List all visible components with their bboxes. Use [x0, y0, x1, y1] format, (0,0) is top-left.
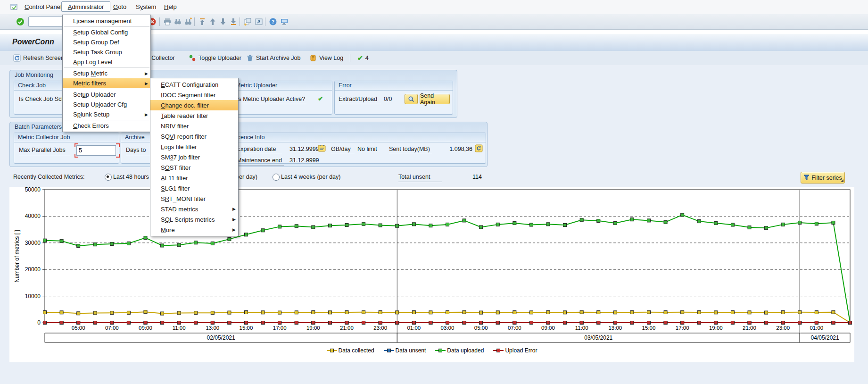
menu-item-setup-task-group[interactable]: Setup Task Group	[63, 47, 150, 57]
send-again-button[interactable]: Send Again	[420, 94, 450, 104]
log-icon	[309, 54, 317, 62]
last-page-icon[interactable]	[229, 17, 238, 26]
enter-check-icon[interactable]	[16, 17, 25, 26]
menu-item-table-reader-filter[interactable]: Table reader filter	[150, 110, 238, 121]
menu-item-splunk-setup[interactable]: Splunk Setup▶	[63, 109, 150, 119]
menu-help[interactable]: Help	[160, 2, 181, 12]
menu-item-setup-group-def[interactable]: Setup Group Def	[63, 37, 150, 47]
find-next-icon[interactable]	[184, 17, 192, 26]
menu-item-label: STAD metrics	[161, 206, 198, 213]
max-parallel-jobs-input[interactable]	[76, 145, 116, 156]
legend-item: Data uploaded	[435, 347, 484, 354]
selection-corner	[116, 143, 120, 147]
svg-text:11:00: 11:00	[575, 325, 588, 331]
menu-item-sql-scripts-metrics[interactable]: SQL Scripts metrics▶	[150, 214, 238, 225]
print-icon[interactable]	[163, 17, 172, 26]
menu-item-label: Metric filters	[73, 80, 106, 87]
customize-layout-icon[interactable]	[280, 17, 289, 26]
find-icon[interactable]	[174, 17, 182, 26]
menu-system[interactable]: System	[132, 2, 160, 12]
page-down-icon[interactable]	[219, 17, 227, 26]
menu-item-setup-uploader-cfg[interactable]: Setup Uploader Cfg	[63, 100, 150, 109]
help-icon[interactable]: ?	[269, 17, 277, 26]
menu-item-app-log-level[interactable]: App Log Level	[63, 57, 150, 67]
create-shortcut-icon[interactable]	[255, 17, 263, 26]
menu-item-srt-moni-filter[interactable]: SRT_MONI filter	[150, 193, 238, 204]
radio-last-4-weeks[interactable]	[273, 174, 280, 181]
menu-item-logs-file-filter[interactable]: Logs file filter	[150, 142, 238, 152]
legend-swatch-icon	[327, 348, 337, 353]
submenu-arrow-icon: ▶	[232, 217, 236, 222]
view-errors-button[interactable]	[405, 94, 418, 104]
menu-item-label: IDOC Segment filter	[161, 92, 215, 99]
menu-item-idoc-segment-filter[interactable]: IDOC Segment filter	[150, 90, 238, 100]
button-label: Send Again	[420, 92, 449, 106]
svg-text:04/05/2021: 04/05/2021	[811, 334, 839, 341]
filter-series-button[interactable]: Filter series	[801, 172, 845, 184]
radio-last-4-weeks-label[interactable]: Last 4 weeks (per day)	[281, 174, 340, 180]
page-up-icon[interactable]	[208, 17, 217, 26]
menu-item-label: ECATT Configuration	[161, 81, 218, 88]
chart-canvas: 0100002000030000400005000005:0007:0009:0…	[9, 187, 854, 347]
menu-item-setup-uploader[interactable]: Setup Uploader	[63, 90, 150, 100]
svg-text:Number of metrics [ ]: Number of metrics [ ]	[14, 230, 20, 282]
menu-item-license-management[interactable]: License management	[63, 16, 150, 26]
svg-text:50000: 50000	[25, 187, 41, 193]
svg-text:23:00: 23:00	[373, 325, 387, 331]
radio-last-48-hours[interactable]	[105, 174, 112, 181]
button-label: Toggle Uploader	[198, 55, 241, 61]
menu-control-panel[interactable]: Control Panel	[21, 2, 66, 12]
menu-item-metric-filters[interactable]: Metric filters▶	[63, 78, 150, 88]
radio-last-48-hours-label[interactable]: Last 48 hours	[113, 174, 149, 180]
system-menu-icon[interactable]	[10, 3, 18, 12]
menu-item-label: Setup Global Config	[73, 29, 128, 36]
svg-text:15:00: 15:00	[240, 325, 253, 331]
view-log-button[interactable]: View Log	[307, 53, 345, 63]
menu-item-ecatt-configuration[interactable]: ECATT Configuration	[150, 79, 238, 90]
refresh-amount-icon[interactable]	[475, 144, 483, 154]
svg-text:02/05/2021: 02/05/2021	[207, 334, 235, 341]
menu-item-label: SQVI report filter	[161, 133, 207, 140]
menu-item-stad-metrics[interactable]: STAD metrics▶	[150, 204, 238, 214]
toggle-uploader-button[interactable]: Toggle Uploader	[187, 53, 243, 63]
menu-goto[interactable]: Goto	[109, 2, 130, 12]
menu-item-sm37-job-filter[interactable]: SM37 job filter	[150, 152, 238, 162]
svg-text:15:00: 15:00	[642, 325, 656, 331]
refresh-screen-button[interactable]: Refresh Screen	[11, 53, 66, 63]
menu-item-al11-filter[interactable]: AL11 filter	[150, 173, 238, 183]
menu-item-change-doc-filter[interactable]: Change doc. filter	[150, 100, 238, 110]
menu-administrator[interactable]: Administrator	[61, 1, 110, 12]
legend-swatch-icon	[493, 348, 504, 353]
svg-text:05:00: 05:00	[474, 325, 488, 331]
menu-separator	[64, 120, 149, 120]
menu-item-sost-filter[interactable]: SOST filter	[150, 162, 238, 173]
metric-filters-submenu: ECATT ConfigurationIDOC Segment filterCh…	[150, 78, 239, 236]
menu-item-check-errors[interactable]: Check Errors	[63, 121, 150, 131]
svg-text:01:00: 01:00	[810, 325, 823, 331]
submenu-arrow-icon: ▶	[232, 207, 236, 211]
svg-text:03/05/2021: 03/05/2021	[584, 334, 612, 341]
check-icon: ✔	[357, 54, 363, 62]
date-icon[interactable]	[318, 144, 326, 154]
menu-item-setup-global-config[interactable]: Setup Global Config	[63, 27, 150, 37]
menu-separator	[64, 89, 149, 89]
licence-info-panel: Licence Info Expiration date 31.12.9999 …	[229, 133, 486, 164]
svg-text:13:00: 13:00	[206, 325, 219, 331]
menu-item-setup-metric[interactable]: Setup Metric▶	[63, 68, 150, 78]
first-page-icon[interactable]	[198, 17, 207, 26]
button-label: Filter series	[811, 175, 842, 181]
menu-item-sqvi-report-filter[interactable]: SQVI report filter	[150, 131, 238, 142]
menu-item-nriv-filter[interactable]: NRIV filter	[150, 121, 238, 131]
svg-text:30000: 30000	[25, 240, 41, 246]
menu-item-label: More	[161, 226, 175, 234]
metric-collector-job-panel: Metric Collector Job Max Parallel Jobs	[14, 133, 119, 164]
menu-item-label: SLG1 filter	[161, 185, 190, 192]
expiration-date-value: 31.12.9999	[289, 146, 319, 152]
new-session-icon[interactable]	[243, 17, 252, 26]
svg-text:07:00: 07:00	[105, 325, 119, 331]
menu-item-slg1-filter[interactable]: SLG1 filter	[150, 183, 238, 193]
menu-item-more[interactable]: More▶	[150, 225, 238, 235]
magnifier-icon	[408, 96, 414, 102]
start-archive-job-button[interactable]: Start Archive Job	[244, 53, 303, 63]
svg-text:40000: 40000	[25, 213, 41, 219]
